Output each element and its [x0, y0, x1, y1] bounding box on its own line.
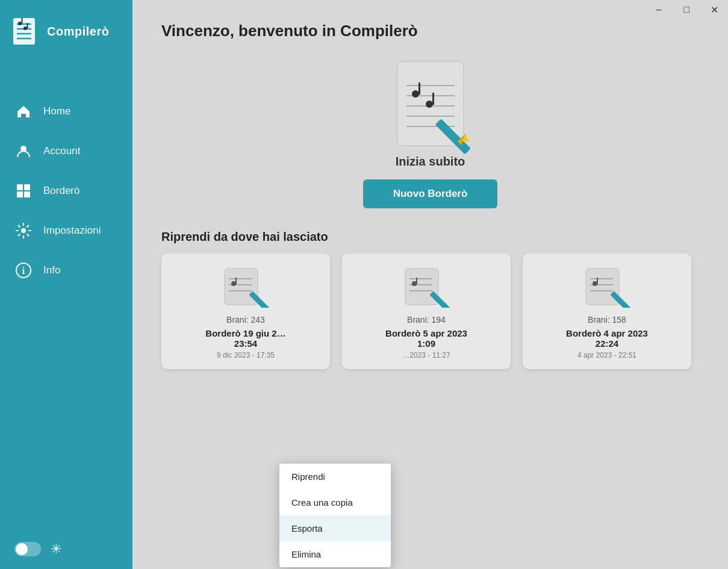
recent-card-0[interactable]: Brani: 243 Borderò 19 giu 2…23:54 9 dic … [161, 253, 330, 369]
sun-icon: ✳ [51, 541, 61, 557]
svg-point-7 [23, 26, 27, 30]
context-menu-elimina[interactable]: Elimina [279, 541, 391, 567]
maximize-button[interactable]: □ [673, 0, 700, 19]
recent-card-2[interactable]: Brani: 158 Borderò 4 apr 202322:24 4 apr… [523, 253, 691, 369]
theme-toggle[interactable] [14, 542, 41, 556]
svg-point-25 [426, 101, 433, 108]
sidebar-item-impostazioni-label: Impostazioni [43, 225, 101, 237]
svg-point-23 [412, 90, 419, 98]
hero-area: Inizia subito Nuovo Borderò [161, 52, 699, 208]
recent-section-title: Riprendi da dove hai lasciato [161, 230, 699, 244]
card-0-illustration [222, 266, 270, 308]
nuovo-bordero-button[interactable]: Nuovo Borderò [363, 179, 498, 208]
svg-rect-42 [416, 278, 417, 284]
context-menu-crea-copia[interactable]: Crea una copia [279, 490, 391, 515]
close-button[interactable]: ✕ [700, 0, 728, 19]
svg-rect-13 [24, 191, 30, 197]
sidebar-item-impostazioni[interactable]: Impostazioni [0, 211, 132, 250]
settings-icon [14, 222, 33, 240]
card-2-title: Borderò 4 apr 202322:24 [535, 328, 679, 349]
svg-rect-6 [22, 18, 23, 23]
sidebar-bottom: ✳ [0, 529, 76, 569]
account-icon [14, 142, 33, 160]
svg-rect-8 [27, 23, 28, 28]
card-1-date: …2023 - 11:27 [354, 351, 499, 359]
card-0-date: 9 dic 2023 - 17:35 [173, 351, 318, 359]
sidebar: Compilerò Home Account [0, 0, 132, 569]
sidebar-item-account[interactable]: Account [0, 131, 132, 171]
svg-rect-0 [13, 18, 35, 45]
card-0-title: Borderò 19 giu 2…23:54 [173, 328, 318, 349]
svg-rect-35 [235, 278, 237, 284]
card-2-date: 4 apr 2023 - 22:51 [535, 351, 679, 359]
hero-illustration [382, 52, 479, 155]
sidebar-item-account-label: Account [43, 145, 80, 157]
card-0-brani: Brani: 243 [173, 315, 318, 325]
svg-point-48 [593, 281, 597, 286]
card-1-brani: Brani: 194 [354, 315, 499, 325]
sidebar-item-info-label: Info [43, 264, 60, 276]
svg-rect-10 [17, 184, 23, 190]
svg-point-41 [412, 281, 417, 286]
sidebar-item-info[interactable]: i Info [0, 250, 132, 290]
context-menu-esporta[interactable]: Esporta [279, 515, 391, 541]
recent-card-1[interactable]: Brani: 194 Borderò 5 apr 20231:09 …2023 … [342, 253, 511, 369]
svg-rect-49 [597, 278, 598, 284]
bordero-icon [14, 182, 33, 200]
recent-grid: Brani: 243 Borderò 19 giu 2…23:54 9 dic … [161, 253, 699, 369]
hero-label: Inizia subito [396, 155, 465, 169]
svg-point-34 [231, 281, 236, 286]
svg-rect-44 [586, 269, 619, 305]
minimize-button[interactable]: – [645, 0, 673, 19]
context-menu: Riprendi Crea una copia Esporta Elimina [279, 464, 391, 567]
nav-items: Home Account Borderò [0, 67, 132, 529]
svg-text:i: i [22, 266, 25, 276]
svg-rect-24 [418, 82, 420, 95]
toggle-knob [16, 543, 28, 555]
card-2-brani: Brani: 158 [535, 315, 679, 325]
sidebar-item-bordero[interactable]: Borderò [0, 171, 132, 211]
sidebar-item-home-label: Home [43, 105, 70, 117]
home-icon [14, 102, 33, 120]
svg-point-5 [18, 22, 22, 25]
svg-rect-30 [225, 269, 258, 305]
main-content: Vincenzo, benvenuto in Compilerò Inizia … [132, 0, 728, 569]
sidebar-item-bordero-label: Borderò [43, 185, 79, 197]
logo-text: Compilerò [47, 25, 109, 39]
sidebar-item-home[interactable]: Home [0, 92, 132, 131]
card-2-illustration [583, 266, 631, 308]
svg-rect-37 [405, 269, 438, 305]
welcome-title: Vincenzo, benvenuto in Compilerò [161, 22, 699, 40]
svg-rect-12 [17, 191, 23, 197]
info-icon: i [14, 261, 33, 279]
svg-point-14 [21, 228, 26, 233]
card-1-title: Borderò 5 apr 20231:09 [354, 328, 499, 349]
context-menu-riprendi[interactable]: Riprendi [279, 464, 391, 490]
window-titlebar: – □ ✕ [645, 0, 728, 19]
svg-rect-11 [24, 184, 30, 190]
card-1-illustration [402, 266, 450, 308]
logo-area: Compilerò [0, 0, 132, 67]
svg-rect-26 [432, 93, 434, 105]
logo-icon [11, 13, 41, 49]
